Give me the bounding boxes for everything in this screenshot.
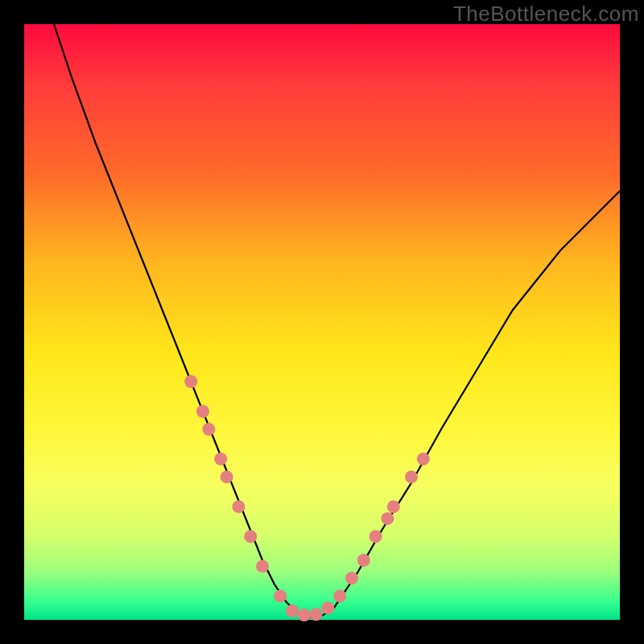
highlight-dot (214, 452, 227, 465)
highlight-dot (417, 452, 430, 465)
highlight-dot (202, 423, 215, 436)
highlight-dot (232, 500, 245, 513)
highlight-dot (357, 554, 370, 567)
highlight-dots (184, 375, 430, 621)
chart-svg (24, 24, 620, 620)
highlight-dot (274, 589, 287, 602)
highlight-dot (286, 605, 299, 617)
highlight-dot (387, 500, 400, 513)
highlight-dot (310, 608, 323, 621)
highlight-dot (256, 559, 269, 572)
highlight-dot (321, 601, 334, 614)
chart-frame: TheBottleneck.com (0, 0, 644, 644)
watermark-text: TheBottleneck.com (453, 2, 639, 27)
highlight-dot (345, 572, 358, 584)
highlight-dot (298, 609, 311, 621)
highlight-dot (369, 530, 382, 543)
highlight-dot (244, 530, 257, 543)
highlight-dot (184, 375, 197, 388)
highlight-dot (196, 405, 209, 418)
bottleneck-curve (54, 24, 620, 617)
highlight-dot (381, 512, 394, 525)
highlight-dot (333, 589, 346, 602)
highlight-dot (405, 470, 418, 483)
highlight-dot (221, 470, 233, 483)
